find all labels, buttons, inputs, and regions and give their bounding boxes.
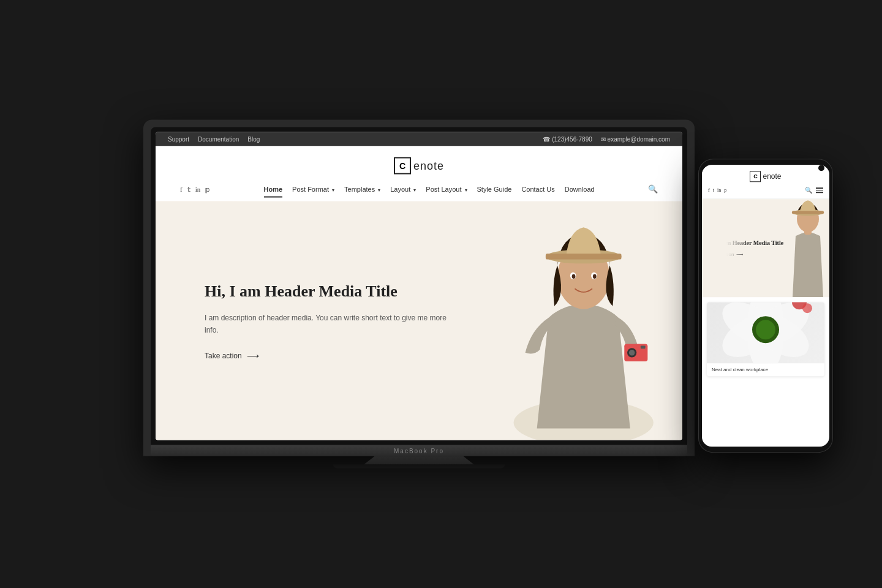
nav-home[interactable]: Home xyxy=(264,186,283,193)
phone-hero-overlay xyxy=(702,199,751,297)
search-icon[interactable]: 🔍 xyxy=(648,184,658,194)
topbar-docs-link[interactable]: Documentation xyxy=(198,136,239,143)
nav-templates[interactable]: Templates ▾ xyxy=(344,186,380,193)
flower-illustration xyxy=(710,302,821,363)
logo-name: enote xyxy=(413,159,444,172)
linkedin-icon[interactable]: in xyxy=(195,186,201,193)
phone-hero: Hi, I am Header Media Title Take action … xyxy=(702,199,829,297)
phone-site-header: C enote f t in p 🔍 xyxy=(702,165,829,199)
hero-cta-button[interactable]: Take action ⟶ xyxy=(205,351,450,361)
phone-camera xyxy=(818,165,824,171)
phone-card: Neat and clean workplace xyxy=(707,302,824,376)
phone-pinterest-icon[interactable]: p xyxy=(724,187,726,193)
phone-menu-icon[interactable] xyxy=(816,187,823,193)
nav-download[interactable]: Download xyxy=(565,186,595,193)
phone-twitter-icon[interactable]: t xyxy=(713,187,714,193)
phone-nav-row: f t in p 🔍 xyxy=(708,187,823,194)
logo-box: C xyxy=(394,157,411,175)
hero-cta-label: Take action xyxy=(205,352,242,360)
phone-facebook-icon[interactable]: f xyxy=(708,187,710,193)
phone-logo-box: C xyxy=(750,171,761,182)
nav-contact-us[interactable]: Contact Us xyxy=(521,186,554,193)
site-topbar: Support Documentation Blog ☎ (123)456-78… xyxy=(156,132,682,146)
svg-point-8 xyxy=(593,274,597,279)
topbar-support-link[interactable]: Support xyxy=(168,136,189,143)
phone-search-icon[interactable]: 🔍 xyxy=(805,187,812,194)
phone-social-icons: f t in p xyxy=(708,187,726,193)
hero-cta-arrow-icon: ⟶ xyxy=(247,351,259,361)
hero-description: I am description of header media. You ca… xyxy=(205,311,450,336)
phone-mockup: C enote f t in p 🔍 xyxy=(698,159,833,453)
topbar-phone: ☎ (123)456-7890 xyxy=(543,136,592,143)
laptop-model-label: MacBook Pro xyxy=(394,447,444,454)
main-nav: Home Post Format ▾ Templates ▾ Layout ▾ … xyxy=(264,186,595,193)
nav-style-guide[interactable]: Style Guide xyxy=(477,186,512,193)
nav-post-format[interactable]: Post Format ▾ xyxy=(292,186,334,193)
topbar-email: ✉ example@domain.com xyxy=(601,136,670,143)
phone-person-illustration xyxy=(777,199,829,297)
topbar-right: ☎ (123)456-7890 ✉ example@domain.com xyxy=(543,136,670,143)
phone-logo: C enote xyxy=(708,171,823,182)
phone-card-label: Neat and clean workplace xyxy=(707,363,824,376)
social-icons: f 𝕥 in 𝕡 xyxy=(180,185,210,193)
phone-icons-right: 🔍 xyxy=(805,187,823,194)
topbar-left: Support Documentation Blog xyxy=(168,136,260,143)
svg-point-7 xyxy=(571,274,575,279)
site-hero: Hi, I am Header Media Title I am descrip… xyxy=(156,202,682,440)
laptop-base: MacBook Pro xyxy=(151,445,687,456)
svg-point-11 xyxy=(628,350,635,356)
pinterest-icon[interactable]: 𝕡 xyxy=(205,185,210,193)
laptop-screen: Support Documentation Blog ☎ (123)456-78… xyxy=(156,132,682,440)
site-nav-wrapper: f 𝕥 in 𝕡 Home Post Format ▾ Templates ▾ … xyxy=(174,184,664,194)
laptop-foot xyxy=(333,465,505,469)
twitter-icon[interactable]: 𝕥 xyxy=(187,185,190,193)
phone-logo-name: enote xyxy=(763,172,781,181)
nav-layout[interactable]: Layout ▾ xyxy=(390,186,416,193)
site-logo: C enote xyxy=(394,157,444,175)
hero-title: Hi, I am Header Media Title xyxy=(205,281,450,301)
laptop-mockup: Support Documentation Blog ☎ (123)456-78… xyxy=(143,120,695,469)
phone-body: C enote f t in p 🔍 xyxy=(698,159,833,453)
nav-post-layout[interactable]: Post Layout ▾ xyxy=(426,186,467,193)
site-header: C enote f 𝕥 in 𝕡 Home Post xyxy=(156,146,682,202)
svg-rect-4 xyxy=(545,254,621,260)
hero-content: Hi, I am Header Media Title I am descrip… xyxy=(156,281,450,361)
svg-rect-16 xyxy=(792,211,824,214)
hero-person-illustration xyxy=(484,202,682,440)
topbar-blog-link[interactable]: Blog xyxy=(247,136,260,143)
svg-rect-12 xyxy=(641,345,646,349)
phone-linkedin-icon[interactable]: in xyxy=(717,187,721,193)
svg-point-24 xyxy=(756,320,775,339)
svg-point-26 xyxy=(802,303,812,313)
hero-image xyxy=(425,202,682,440)
logo-letter: C xyxy=(399,161,405,171)
facebook-icon[interactable]: f xyxy=(180,186,183,193)
laptop-stand xyxy=(364,456,474,465)
phone-card-image xyxy=(707,302,824,363)
phone-hero-image xyxy=(780,199,829,297)
phone-screen: C enote f t in p 🔍 xyxy=(702,165,829,447)
phone-logo-letter: C xyxy=(753,173,758,179)
